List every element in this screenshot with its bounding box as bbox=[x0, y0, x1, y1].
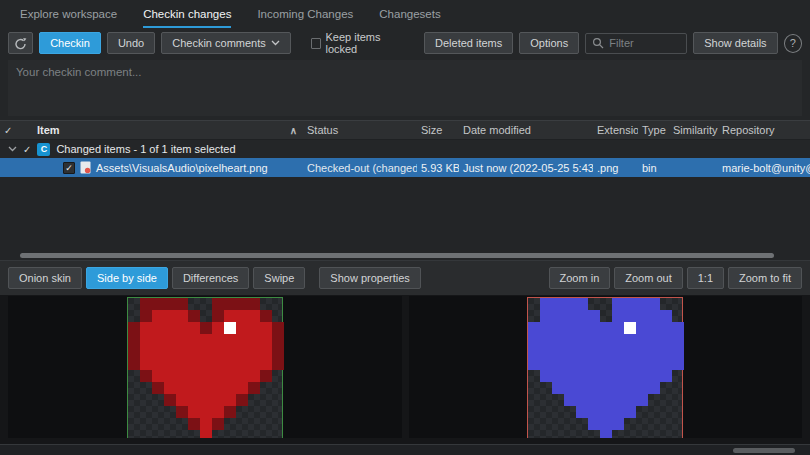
bottom-bar bbox=[0, 444, 810, 455]
plastic-scm-window: Explore workspace Checkin changes Incomi… bbox=[0, 0, 810, 455]
repository-cell: marie-bolt@unity@clou bbox=[718, 162, 810, 174]
table-empty-area bbox=[0, 177, 810, 252]
column-extension[interactable]: Extension bbox=[593, 124, 638, 136]
tab-explore-workspace[interactable]: Explore workspace bbox=[20, 0, 117, 28]
tab-checkin-changes[interactable]: Checkin changes bbox=[143, 0, 231, 28]
item-cell: ✓ Assets\VisualsAudio\pixelheart.png bbox=[33, 161, 303, 174]
zoom-in-button[interactable]: Zoom in bbox=[549, 267, 611, 289]
bottom-scrollbar-thumb[interactable] bbox=[733, 448, 795, 453]
refresh-button[interactable] bbox=[8, 32, 33, 54]
column-item-label: Item bbox=[37, 124, 60, 136]
filter-box bbox=[585, 33, 687, 54]
diff-toolbar: Onion skin Side by side Differences Swip… bbox=[0, 260, 810, 295]
column-status[interactable]: Status bbox=[303, 124, 417, 136]
keep-items-locked-label: Keep items locked bbox=[325, 31, 412, 55]
one-to-one-button[interactable]: 1:1 bbox=[687, 267, 724, 289]
show-details-button[interactable]: Show details bbox=[693, 32, 777, 54]
swipe-button[interactable]: Swipe bbox=[253, 267, 305, 289]
date-modified-cell: Just now (2022-05-25 5:43:52 PM) bbox=[459, 162, 593, 174]
diff-image-left bbox=[127, 297, 283, 438]
scrollbar-thumb[interactable] bbox=[20, 253, 774, 258]
diff-pane-right bbox=[409, 296, 803, 438]
chevron-down-icon[interactable] bbox=[8, 146, 17, 152]
status-cell: Checked-out (changed) bbox=[303, 162, 417, 174]
chevron-down-icon bbox=[271, 40, 280, 46]
differences-button[interactable]: Differences bbox=[172, 267, 249, 289]
tab-changesets[interactable]: Changesets bbox=[379, 0, 440, 28]
checkin-toolbar: Checkin Undo Checkin comments Keep items… bbox=[0, 28, 810, 58]
group-check-icon[interactable]: ✓ bbox=[23, 144, 31, 155]
keep-items-locked-option: Keep items locked bbox=[311, 31, 412, 55]
search-icon bbox=[592, 37, 604, 49]
group-row-label: Changed items - 1 of 1 item selected bbox=[56, 143, 235, 155]
deleted-items-button[interactable]: Deleted items bbox=[424, 32, 513, 54]
tab-incoming-changes[interactable]: Incoming Changes bbox=[257, 0, 353, 28]
side-by-side-button[interactable]: Side by side bbox=[86, 267, 168, 289]
row-checkbox[interactable]: ✓ bbox=[63, 162, 75, 174]
zoom-out-button[interactable]: Zoom out bbox=[614, 267, 682, 289]
checkin-comment-input[interactable] bbox=[8, 60, 802, 116]
items-table-header: ✓ Item ∧ Status Size Date modified Exten… bbox=[0, 120, 810, 140]
type-cell: bin bbox=[638, 162, 669, 174]
table-row-pixelheart[interactable]: ✓ Assets\VisualsAudio\pixelheart.png Che… bbox=[0, 158, 810, 177]
options-button[interactable]: Options bbox=[519, 32, 579, 54]
image-file-icon bbox=[80, 161, 91, 174]
column-item[interactable]: Item ∧ bbox=[33, 124, 303, 136]
onion-skin-button[interactable]: Onion skin bbox=[8, 267, 82, 289]
file-path-label: Assets\VisualsAudio\pixelheart.png bbox=[96, 162, 268, 174]
show-properties-button[interactable]: Show properties bbox=[319, 267, 421, 289]
column-similarity[interactable]: Similarity bbox=[669, 124, 718, 136]
keep-items-locked-checkbox[interactable] bbox=[311, 38, 322, 49]
checkin-comments-dropdown[interactable]: Checkin comments bbox=[161, 32, 291, 54]
checkin-button[interactable]: Checkin bbox=[39, 32, 101, 54]
diff-pane-left bbox=[8, 296, 402, 438]
zoom-to-fit-button[interactable]: Zoom to fit bbox=[728, 267, 802, 289]
column-date-modified[interactable]: Date modified bbox=[459, 124, 593, 136]
tab-bar: Explore workspace Checkin changes Incomi… bbox=[0, 0, 810, 28]
column-repository[interactable]: Repository bbox=[718, 124, 810, 136]
header-check-icon[interactable]: ✓ bbox=[0, 125, 33, 136]
table-horizontal-scrollbar[interactable] bbox=[0, 252, 810, 260]
sort-ascending-icon: ∧ bbox=[290, 125, 297, 136]
checkin-comment-area bbox=[8, 60, 802, 116]
undo-button[interactable]: Undo bbox=[107, 32, 155, 54]
changed-items-badge: C bbox=[37, 143, 50, 156]
filter-input[interactable] bbox=[609, 37, 680, 49]
diff-image-right bbox=[527, 297, 683, 438]
refresh-icon bbox=[14, 37, 27, 50]
changed-items-group-row[interactable]: ✓ C Changed items - 1 of 1 item selected bbox=[0, 140, 810, 158]
checkin-comments-label: Checkin comments bbox=[172, 37, 266, 49]
diff-panes bbox=[0, 295, 810, 444]
size-cell: 5.93 KB bbox=[417, 162, 459, 174]
help-button[interactable]: ? bbox=[784, 34, 802, 53]
extension-cell: .png bbox=[593, 162, 638, 174]
column-type[interactable]: Type bbox=[638, 124, 669, 136]
column-size[interactable]: Size bbox=[417, 124, 459, 136]
